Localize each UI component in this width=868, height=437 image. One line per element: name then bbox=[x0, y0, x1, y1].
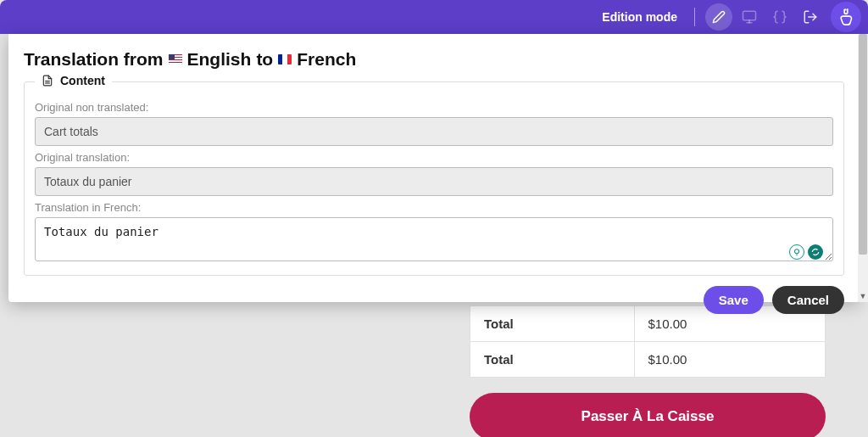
edition-mode-label: Edition mode bbox=[602, 10, 677, 24]
label-original-non-translated: Original non translated: bbox=[35, 101, 833, 114]
row-label: Total bbox=[470, 342, 635, 378]
row-value: $10.00 bbox=[634, 342, 825, 378]
lang-from: English bbox=[187, 49, 252, 70]
topbar-divider bbox=[694, 8, 695, 26]
svg-point-6 bbox=[795, 249, 799, 254]
brand-hand-icon bbox=[837, 8, 855, 26]
pencil-icon bbox=[712, 10, 726, 24]
brand-button[interactable] bbox=[831, 2, 861, 32]
scrollbar-thumb[interactable] bbox=[859, 34, 867, 255]
exit-button[interactable] bbox=[797, 3, 824, 31]
lightbulb-icon bbox=[793, 248, 801, 256]
translation-input[interactable] bbox=[35, 217, 833, 261]
flag-us-icon bbox=[169, 54, 182, 64]
scroll-down-arrow[interactable]: ▼ bbox=[858, 290, 868, 302]
label-translation-in: Translation in French: bbox=[35, 201, 833, 214]
original-translation-field bbox=[35, 167, 833, 196]
fieldset-legend: Content bbox=[35, 74, 112, 87]
title-prefix: Translation from bbox=[24, 49, 164, 70]
table-row: Total $10.00 bbox=[470, 342, 826, 378]
modal-actions: Save Cancel bbox=[24, 286, 844, 314]
arrow-swap-icon bbox=[811, 248, 820, 256]
textarea-controls bbox=[789, 244, 823, 260]
checkout-button[interactable]: Passer À La Caisse bbox=[470, 393, 826, 437]
suggestion-button[interactable] bbox=[789, 244, 804, 260]
translation-modal: Translation from English to French Conte… bbox=[8, 34, 860, 302]
cancel-button[interactable]: Cancel bbox=[772, 286, 844, 314]
lang-to: French bbox=[297, 49, 356, 70]
cart-totals-table: Total $10.00 Total $10.00 bbox=[470, 305, 826, 378]
document-icon bbox=[42, 75, 53, 87]
svg-rect-0 bbox=[743, 11, 756, 20]
save-button[interactable]: Save bbox=[704, 286, 764, 314]
desktop-view-button[interactable] bbox=[736, 3, 763, 31]
modal-scrollbar[interactable]: ▼ bbox=[858, 34, 868, 302]
content-fieldset: Content Original non translated: Origina… bbox=[24, 81, 844, 276]
label-original-translation: Original translation: bbox=[35, 151, 833, 164]
original-non-translated-field bbox=[35, 117, 833, 146]
braces-icon bbox=[772, 9, 787, 25]
edit-button[interactable] bbox=[705, 3, 732, 31]
apply-button[interactable] bbox=[808, 244, 823, 260]
title-to: to bbox=[256, 49, 273, 70]
modal-title: Translation from English to French bbox=[24, 49, 844, 70]
flag-fr-icon bbox=[278, 54, 292, 64]
legend-text: Content bbox=[60, 74, 105, 87]
code-view-button[interactable] bbox=[766, 3, 793, 31]
topbar: Edition mode bbox=[0, 0, 868, 34]
monitor-icon bbox=[742, 9, 757, 25]
exit-icon bbox=[803, 9, 818, 25]
